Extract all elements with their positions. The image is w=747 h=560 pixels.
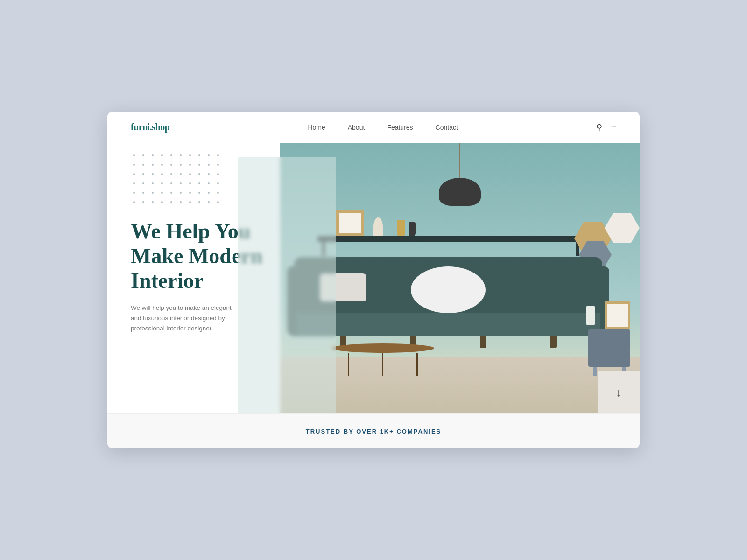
nav-contact[interactable]: Contact bbox=[436, 124, 458, 131]
dot bbox=[161, 173, 163, 175]
sofa-leg bbox=[550, 336, 557, 348]
table-leg bbox=[382, 353, 383, 376]
nav-links: Home About Features Contact bbox=[308, 123, 458, 132]
dot bbox=[198, 182, 200, 184]
nav-features[interactable]: Features bbox=[387, 124, 413, 131]
nightstand-leg bbox=[593, 367, 597, 376]
dot bbox=[217, 201, 219, 203]
dot bbox=[198, 201, 200, 203]
dot bbox=[161, 164, 163, 166]
hero-section: // dots rendered inline via JS below We … bbox=[107, 143, 640, 413]
dot bbox=[161, 182, 163, 184]
flowers-vase bbox=[586, 306, 595, 325]
shelf-vase-dark bbox=[409, 222, 416, 236]
dot bbox=[198, 154, 200, 156]
sofa-seat bbox=[294, 313, 602, 336]
dot bbox=[152, 182, 154, 184]
dot bbox=[142, 182, 144, 184]
dot bbox=[133, 192, 135, 194]
dot bbox=[189, 182, 191, 184]
nav-home[interactable]: Home bbox=[308, 124, 325, 131]
dot bbox=[170, 173, 172, 175]
hero-subtext: We will help you to make an elegant and … bbox=[131, 303, 238, 334]
dot bbox=[217, 164, 219, 166]
nightstand-body bbox=[588, 329, 630, 367]
dot bbox=[180, 173, 182, 175]
shelf-frame bbox=[336, 210, 364, 236]
dot bbox=[142, 173, 144, 175]
table-leg bbox=[416, 353, 418, 376]
dot bbox=[189, 164, 191, 166]
dot bbox=[133, 173, 135, 175]
dot bbox=[208, 192, 210, 194]
dot bbox=[133, 182, 135, 184]
trusted-bar: TRUSTED BY OVER 1K+ COMPANIES bbox=[107, 413, 640, 448]
trusted-label: TRUSTED BY OVER 1K+ COMPANIES bbox=[306, 428, 441, 435]
sofa-pillow-large bbox=[411, 266, 486, 313]
menu-icon[interactable]: ≡ bbox=[612, 122, 616, 132]
scroll-down-button[interactable]: ↓ bbox=[598, 371, 640, 413]
dot bbox=[198, 164, 200, 166]
table-legs bbox=[331, 353, 434, 376]
dot bbox=[180, 192, 182, 194]
dot bbox=[217, 173, 219, 175]
browser-window: furni.shop Home About Features Contact ⚲… bbox=[107, 112, 640, 448]
dot bbox=[208, 173, 210, 175]
dot bbox=[161, 201, 163, 203]
dot bbox=[142, 164, 144, 166]
sofa-back bbox=[294, 257, 602, 313]
dot bbox=[217, 154, 219, 156]
frosted-overlay bbox=[238, 157, 336, 413]
dot bbox=[180, 182, 182, 184]
coffee-table bbox=[331, 343, 434, 376]
dot bbox=[142, 201, 144, 203]
table-leg bbox=[348, 353, 349, 376]
dot bbox=[217, 182, 219, 184]
shelf-vase-gold bbox=[397, 220, 405, 236]
dot bbox=[170, 201, 172, 203]
dot bbox=[170, 182, 172, 184]
arrow-down-icon: ↓ bbox=[616, 386, 621, 399]
brand-logo[interactable]: furni.shop bbox=[131, 122, 169, 133]
nightstand-frame bbox=[605, 301, 630, 329]
dot bbox=[133, 201, 135, 203]
dot bbox=[198, 192, 200, 194]
dot bbox=[217, 192, 219, 194]
dot bbox=[142, 154, 144, 156]
dot bbox=[152, 192, 154, 194]
dot bbox=[170, 192, 172, 194]
dot bbox=[180, 201, 182, 203]
dot bbox=[208, 164, 210, 166]
hex-shelves bbox=[574, 222, 612, 255]
lamp-shade bbox=[439, 178, 481, 206]
table-top bbox=[331, 343, 434, 353]
dot bbox=[189, 154, 191, 156]
wall-shelf bbox=[317, 236, 584, 242]
shelf-lamp bbox=[374, 217, 383, 236]
sofa-leg bbox=[480, 336, 486, 348]
dot bbox=[161, 192, 163, 194]
dot bbox=[152, 173, 154, 175]
dot bbox=[142, 192, 144, 194]
dot bbox=[170, 164, 172, 166]
dot bbox=[133, 154, 135, 156]
dot bbox=[180, 154, 182, 156]
dot bbox=[152, 164, 154, 166]
lamp-cord bbox=[459, 143, 460, 180]
nav-about[interactable]: About bbox=[348, 124, 365, 131]
sofa bbox=[294, 257, 602, 348]
dot bbox=[189, 173, 191, 175]
search-icon[interactable]: ⚲ bbox=[596, 122, 602, 133]
dot bbox=[180, 164, 182, 166]
dot bbox=[208, 154, 210, 156]
dot bbox=[189, 192, 191, 194]
dot bbox=[161, 154, 163, 156]
navbar: furni.shop Home About Features Contact ⚲… bbox=[107, 112, 640, 143]
dot bbox=[152, 201, 154, 203]
dot bbox=[189, 201, 191, 203]
dot bbox=[208, 182, 210, 184]
dot bbox=[170, 154, 172, 156]
nightstand bbox=[588, 329, 630, 367]
dot bbox=[133, 164, 135, 166]
dot bbox=[152, 154, 154, 156]
